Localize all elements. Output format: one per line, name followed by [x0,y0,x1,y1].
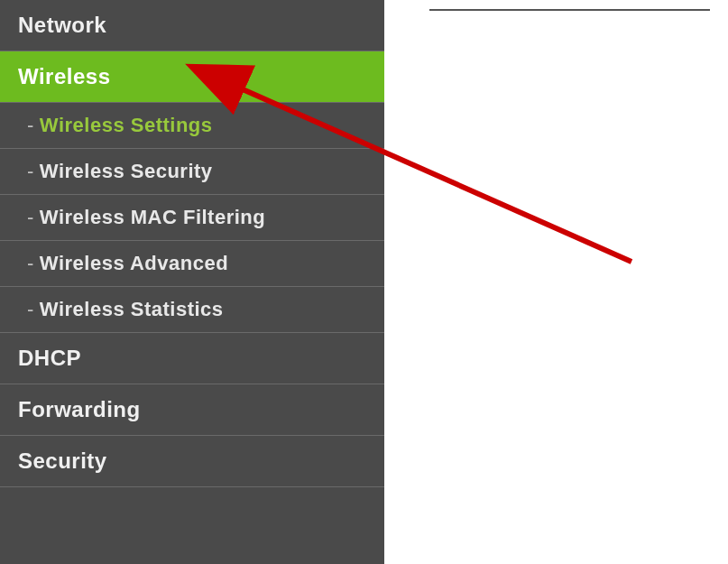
sidebar-item-label: Security [18,448,107,473]
dash-icon: - [27,114,34,136]
sidebar-item-label: Forwarding [18,397,141,421]
sidebar-item-label: Wireless Advanced [40,252,228,274]
dash-icon: - [27,206,34,228]
dash-icon: - [27,298,34,320]
sidebar-item-label: Wireless [18,64,111,88]
dash-icon: - [27,252,34,274]
sidebar-item-forwarding[interactable]: Forwarding [0,384,384,436]
sidebar-item-network[interactable]: Network [0,0,384,51]
sidebar-item-label: Wireless Statistics [40,298,224,320]
sidebar-item-wireless[interactable]: Wireless [0,51,384,103]
sidebar-item-label: Wireless MAC Filtering [40,206,265,228]
dash-icon: - [27,160,34,182]
sidebar-item-security[interactable]: Security [0,436,384,487]
app-container: Network Wireless -Wireless Settings -Wir… [0,0,728,564]
sidebar-item-label: Wireless Settings [40,114,213,136]
sidebar-subitem-wireless-settings[interactable]: -Wireless Settings [0,103,384,149]
sidebar-subitem-wireless-security[interactable]: -Wireless Security [0,149,384,195]
sidebar-subitem-wireless-statistics[interactable]: -Wireless Statistics [0,287,384,333]
sidebar-subitem-wireless-advanced[interactable]: -Wireless Advanced [0,241,384,287]
sidebar-item-label: Wireless Security [40,160,213,182]
sidebar-item-dhcp[interactable]: DHCP [0,333,384,384]
content-divider [429,9,710,11]
sidebar-nav: Network Wireless -Wireless Settings -Wir… [0,0,384,564]
sidebar-item-label: Network [18,13,106,37]
main-content [384,0,728,564]
sidebar-item-label: DHCP [18,346,81,370]
sidebar-subitem-wireless-mac-filtering[interactable]: -Wireless MAC Filtering [0,195,384,241]
